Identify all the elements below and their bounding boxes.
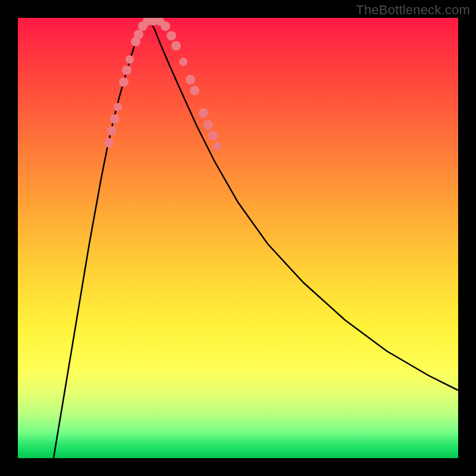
data-marker bbox=[126, 55, 134, 64]
data-marker bbox=[179, 58, 187, 66]
data-marker bbox=[114, 103, 122, 111]
data-marker bbox=[110, 114, 120, 124]
data-marker bbox=[161, 21, 170, 31]
left-curve bbox=[54, 18, 149, 458]
data-marker bbox=[208, 131, 218, 140]
data-marker bbox=[203, 120, 213, 130]
data-marker bbox=[190, 86, 199, 95]
data-marker bbox=[186, 75, 195, 84]
data-marker bbox=[119, 77, 129, 87]
data-marker bbox=[104, 138, 114, 148]
data-marker bbox=[167, 31, 176, 40]
data-marker bbox=[107, 126, 117, 136]
watermark-text: TheBottleneck.com bbox=[356, 2, 470, 18]
data-marker bbox=[199, 108, 208, 118]
data-marker bbox=[122, 65, 131, 75]
data-marker bbox=[134, 30, 143, 39]
data-markers bbox=[104, 18, 221, 151]
right-curve bbox=[149, 18, 458, 390]
data-marker bbox=[171, 41, 181, 51]
chart-svg bbox=[18, 18, 458, 458]
data-marker bbox=[213, 142, 221, 151]
